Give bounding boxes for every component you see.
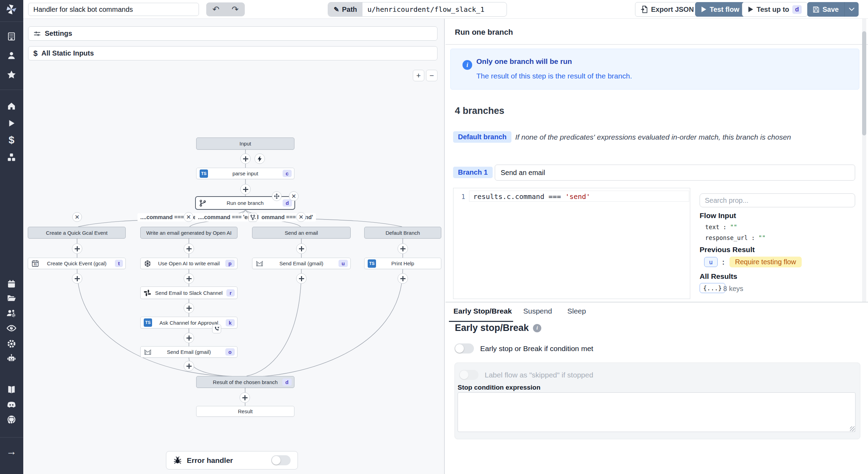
node-send-email-gmail[interactable]: Send Email (gmail) u bbox=[252, 258, 351, 269]
approval-phone-icon[interactable] bbox=[212, 324, 221, 333]
node-branch-header-gcal[interactable]: Create a Quick Gcal Event bbox=[28, 227, 126, 239]
info-icon[interactable]: i bbox=[533, 324, 541, 332]
docs-book-icon[interactable] bbox=[5, 383, 18, 396]
node-parse-input[interactable]: TS parse input c bbox=[196, 168, 294, 179]
path-control[interactable]: ✎ Path u/henricourdent/flow_slack_1 bbox=[328, 2, 507, 17]
path-button[interactable]: ✎ Path bbox=[328, 2, 362, 16]
flow-title-input[interactable] bbox=[28, 3, 199, 16]
previous-step-chip[interactable]: u bbox=[704, 257, 718, 267]
export-json-button[interactable]: Export JSON bbox=[635, 2, 700, 17]
node-branch-header-openai[interactable]: Write an email generated by Open AI bbox=[140, 227, 237, 239]
test-up-to-label: Test up to bbox=[757, 6, 789, 14]
add-step-button[interactable] bbox=[296, 273, 307, 284]
stop-condition-label: Stop condition expression bbox=[458, 384, 541, 391]
delete-step-button[interactable]: ✕ bbox=[289, 191, 299, 201]
tab-sleep[interactable]: Sleep bbox=[567, 307, 586, 315]
audit-eye-icon[interactable] bbox=[5, 322, 18, 334]
windmill-logo-icon[interactable] bbox=[5, 3, 18, 16]
early-stop-toggle-row: Early stop or Break if condition met bbox=[454, 343, 593, 354]
undo-icon[interactable]: ↶ bbox=[212, 5, 219, 14]
add-step-button[interactable] bbox=[72, 243, 82, 254]
tab-suspend[interactable]: Suspend bbox=[523, 307, 552, 315]
node-print-help[interactable]: TS Print Help bbox=[364, 258, 441, 269]
save-dropdown-button[interactable] bbox=[845, 2, 859, 17]
node-branch-header-default[interactable]: Default Branch bbox=[364, 227, 441, 239]
inspector-title: Run one branch bbox=[455, 28, 513, 37]
add-step-button[interactable] bbox=[184, 361, 194, 371]
workspace-building-icon[interactable] bbox=[5, 30, 18, 43]
add-step-button[interactable] bbox=[398, 243, 408, 254]
node-send-email-slack[interactable]: Send Email to Slack Channel r bbox=[140, 286, 237, 299]
pencil-icon: ✎ bbox=[334, 6, 339, 14]
tab-early-stop-break[interactable]: Early Stop/Break bbox=[453, 307, 512, 315]
node-branch-result[interactable]: Result of the chosen branch d bbox=[196, 376, 294, 388]
groups-users-gear-icon[interactable] bbox=[5, 307, 18, 319]
node-send-email-gmail-2[interactable]: Send Email (gmail) o bbox=[140, 346, 237, 358]
windmill-flow-editor: $ bbox=[0, 0, 868, 474]
redo-icon[interactable]: ↷ bbox=[232, 5, 239, 14]
error-handler-row[interactable]: Error handler bbox=[166, 451, 298, 469]
collapse-arrow-right-icon[interactable]: → bbox=[5, 445, 18, 458]
remove-branch-button[interactable]: ✕ bbox=[184, 212, 193, 222]
chevron-down-icon bbox=[849, 8, 854, 11]
add-branch-fork-icon[interactable] bbox=[248, 213, 257, 222]
node-result[interactable]: Result bbox=[196, 406, 294, 417]
add-step-button[interactable] bbox=[184, 243, 194, 254]
remove-branch-button[interactable]: ✕ bbox=[72, 212, 82, 222]
add-step-button[interactable] bbox=[184, 273, 194, 284]
predicate-code-editor[interactable]: 1 results.c.command === 'send' bbox=[453, 188, 690, 299]
prop-key: text bbox=[705, 224, 719, 231]
add-step-button[interactable] bbox=[72, 273, 82, 284]
error-handler-toggle[interactable] bbox=[271, 455, 291, 465]
user-icon[interactable] bbox=[5, 49, 18, 62]
error-handler-label: Error handler bbox=[187, 456, 266, 465]
add-step-button[interactable] bbox=[240, 184, 251, 194]
test-flow-button[interactable]: Test flow bbox=[695, 2, 745, 17]
add-step-button[interactable] bbox=[296, 243, 307, 254]
all-results-count: 8 keys bbox=[723, 285, 743, 293]
object-expand-chip[interactable]: {...} bbox=[700, 283, 725, 293]
textarea-resize-handle[interactable] bbox=[850, 426, 855, 431]
node-create-quick-event[interactable]: 31 Create Quick Event (gcal) t bbox=[28, 258, 126, 269]
resources-cubes-icon[interactable] bbox=[5, 151, 18, 164]
variables-dollar-icon[interactable]: $ bbox=[5, 134, 18, 146]
default-branch-chip: Default branch bbox=[453, 131, 511, 143]
require-testing-flow-pill: Require testing flow bbox=[729, 257, 802, 267]
stop-condition-input[interactable] bbox=[458, 392, 856, 432]
add-step-button[interactable] bbox=[240, 153, 251, 164]
prop-row-response-url[interactable]: response_url : "" bbox=[705, 234, 766, 241]
previous-result-heading: Previous Result bbox=[700, 246, 755, 254]
prop-row-text[interactable]: text : "" bbox=[705, 224, 737, 231]
star-favorites-icon[interactable] bbox=[5, 68, 18, 81]
workers-robot-icon[interactable] bbox=[5, 352, 18, 365]
branch-predicate-label[interactable]: ommand === 'send' bbox=[259, 213, 316, 222]
add-trigger-lightning-button[interactable] bbox=[254, 153, 265, 164]
search-prop-input[interactable] bbox=[700, 193, 855, 207]
github-icon[interactable] bbox=[5, 413, 18, 426]
early-stop-toggle[interactable] bbox=[454, 343, 474, 354]
scrollbar-track[interactable] bbox=[862, 19, 866, 302]
settings-gear-icon[interactable] bbox=[5, 338, 18, 350]
move-step-button[interactable] bbox=[272, 191, 282, 201]
folders-icon[interactable] bbox=[5, 292, 18, 304]
node-input[interactable]: Input bbox=[196, 138, 294, 150]
node-use-openai[interactable]: Use Open AI to write email p bbox=[140, 258, 237, 269]
skipped-toggle[interactable] bbox=[459, 370, 478, 380]
schedules-calendar-icon[interactable] bbox=[5, 278, 18, 290]
add-step-button[interactable] bbox=[398, 273, 408, 284]
test-up-to-button[interactable]: Test up to d bbox=[742, 2, 808, 17]
scrollbar-thumb[interactable] bbox=[862, 31, 866, 135]
home-icon[interactable] bbox=[5, 100, 18, 112]
save-button[interactable]: Save bbox=[807, 2, 845, 17]
node-branch-header-send-email[interactable]: Send an email bbox=[252, 227, 351, 239]
runs-play-icon[interactable] bbox=[5, 117, 18, 130]
default-branch-description: If none of the predicates' expressions e… bbox=[515, 133, 791, 141]
flow-input-heading: Flow Input bbox=[700, 211, 736, 220]
discord-icon[interactable] bbox=[5, 399, 18, 411]
add-step-button[interactable] bbox=[184, 303, 194, 313]
add-step-button[interactable] bbox=[240, 392, 250, 403]
remove-branch-button[interactable]: ✕ bbox=[296, 212, 306, 222]
node-ask-channel-approval[interactable]: TS Ask Channel for Approval k bbox=[140, 317, 237, 329]
branch-summary-input[interactable] bbox=[495, 165, 855, 181]
add-step-button[interactable] bbox=[184, 333, 194, 343]
